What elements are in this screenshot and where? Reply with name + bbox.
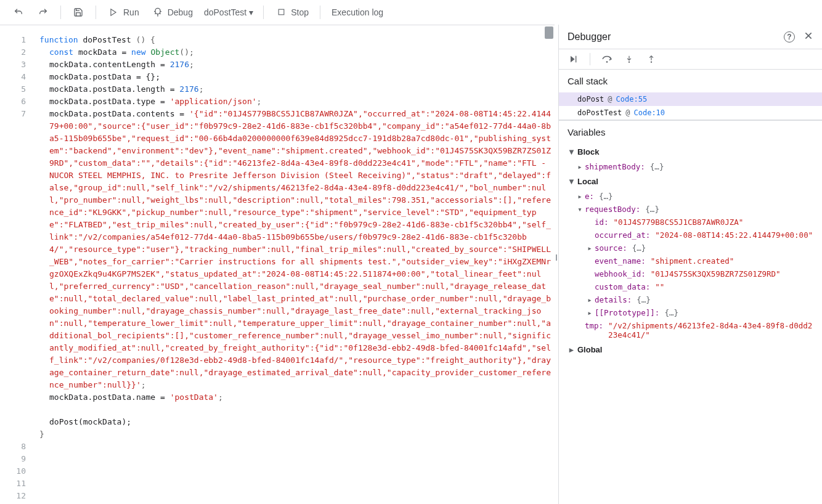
function-select[interactable]: doPostTest▾ bbox=[200, 5, 257, 20]
scope-local[interactable]: ▼Local bbox=[559, 173, 822, 190]
var-e[interactable]: ▸e{…} bbox=[559, 190, 822, 203]
debug-button[interactable]: Debug bbox=[147, 2, 198, 22]
caret-down-icon: ▼ bbox=[568, 147, 575, 156]
svg-rect-1 bbox=[279, 9, 284, 15]
save-icon bbox=[72, 6, 84, 18]
scope-global[interactable]: ▸Global bbox=[559, 341, 822, 358]
toolbar-separator bbox=[96, 6, 96, 19]
help-icon[interactable]: ? bbox=[784, 31, 795, 43]
execution-log-button[interactable]: Execution log bbox=[327, 4, 388, 21]
debug-label: Debug bbox=[168, 7, 193, 17]
save-button[interactable] bbox=[67, 2, 89, 22]
svg-point-10 bbox=[651, 62, 652, 63]
debugger-panel: Debugger ? Call stack doPost@Code:55 doP… bbox=[558, 25, 822, 504]
var-webhook-id[interactable]: webhook_id"01J4S75SK3QX59BZR7ZS01Z9RD" bbox=[559, 267, 822, 280]
callstack-row[interactable]: doPostTest@Code:10 bbox=[559, 106, 822, 120]
undo-button[interactable] bbox=[7, 2, 30, 22]
caret-right-icon: ▸ bbox=[586, 295, 593, 304]
minimap-scrollbar[interactable] bbox=[545, 26, 553, 39]
toolbar-separator bbox=[263, 6, 264, 19]
stop-button[interactable]: Stop bbox=[270, 2, 314, 22]
caret-right-icon: ▸ bbox=[586, 243, 593, 253]
step-over-icon[interactable] bbox=[601, 54, 612, 65]
caret-right-icon: ▸ bbox=[586, 308, 593, 317]
chevron-down-icon: ▾ bbox=[249, 7, 253, 17]
var-source[interactable]: ▸source{…} bbox=[559, 242, 822, 254]
svg-rect-5 bbox=[576, 56, 576, 63]
toolbar-separator bbox=[60, 6, 61, 19]
svg-point-6 bbox=[606, 61, 608, 63]
callstack-title: Call stack bbox=[559, 70, 822, 92]
svg-marker-0 bbox=[111, 9, 116, 15]
step-into-icon[interactable] bbox=[624, 54, 635, 65]
var-details[interactable]: ▸details{…} bbox=[559, 293, 822, 306]
execution-log-label: Execution log bbox=[332, 7, 383, 17]
caret-right-icon: ▸ bbox=[576, 162, 584, 171]
var-requestBody[interactable]: ▾requestBody{…} bbox=[559, 203, 822, 216]
run-label: Run bbox=[123, 7, 139, 17]
stop-label: Stop bbox=[291, 7, 309, 17]
var-occurred-at[interactable]: occurred_at"2024-08-08T14:45:22.414479+0… bbox=[559, 229, 822, 242]
caret-down-icon: ▾ bbox=[576, 205, 584, 214]
var-shipmentBody[interactable]: ▸shipmentBody{…} bbox=[559, 160, 822, 173]
debugger-title: Debugger bbox=[568, 31, 611, 43]
control-separator bbox=[590, 53, 590, 65]
line-gutter: 1234567 89101112 bbox=[0, 25, 37, 504]
redo-icon bbox=[37, 6, 49, 18]
scope-block[interactable]: ▼Block bbox=[559, 144, 822, 160]
stop-icon bbox=[275, 6, 287, 18]
function-name: doPostTest bbox=[204, 7, 246, 17]
svg-marker-4 bbox=[571, 56, 575, 63]
play-icon bbox=[107, 6, 120, 18]
svg-point-8 bbox=[629, 62, 630, 63]
run-button[interactable]: Run bbox=[102, 2, 144, 22]
vertical-splitter[interactable] bbox=[555, 25, 558, 504]
code-editor[interactable]: 1234567 89101112 function doPostTest () … bbox=[0, 25, 555, 504]
var-id[interactable]: id"01J4S779B8CS5J1CB87AWR0JZA" bbox=[559, 216, 822, 229]
variables-tree[interactable]: ▼Block ▸shipmentBody{…} ▼Local ▸e{…} ▾re… bbox=[559, 144, 822, 504]
caret-right-icon: ▸ bbox=[568, 345, 575, 354]
debugger-controls bbox=[559, 49, 822, 70]
caret-right-icon: ▸ bbox=[576, 192, 584, 201]
resume-icon[interactable] bbox=[568, 54, 579, 65]
redo-button[interactable] bbox=[32, 2, 54, 22]
var-tmp[interactable]: tmp"/v2/shipments/46213fe2-8d4a-43e4-89f… bbox=[559, 319, 822, 341]
undo-icon bbox=[12, 6, 25, 18]
var-event-name[interactable]: event_name"shipment.created" bbox=[559, 254, 822, 267]
step-out-icon[interactable] bbox=[646, 54, 657, 65]
close-icon[interactable] bbox=[804, 31, 813, 43]
var-custom-data[interactable]: custom_data"" bbox=[559, 280, 822, 293]
toolbar-separator bbox=[320, 6, 320, 19]
callstack-row[interactable]: doPost@Code:55 bbox=[559, 92, 822, 106]
code-area[interactable]: function doPostTest () {const mockData =… bbox=[37, 25, 555, 504]
toolbar: Run Debug doPostTest▾ Stop Execution log bbox=[0, 0, 822, 25]
var-prototype[interactable]: ▸[[Prototype]]{…} bbox=[559, 306, 822, 319]
debug-icon bbox=[152, 6, 164, 18]
caret-down-icon: ▼ bbox=[568, 177, 575, 186]
variables-title: Variables bbox=[559, 120, 822, 144]
